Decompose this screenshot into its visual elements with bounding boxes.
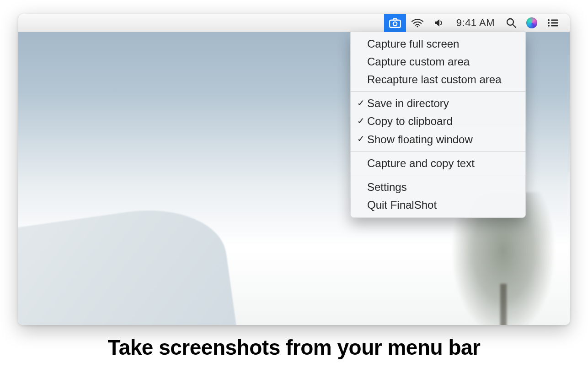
menu-item-label: Settings [367, 179, 407, 195]
menu-item-capture-custom-area[interactable]: Capture custom area [351, 53, 525, 70]
menu-bar-clock[interactable]: 9:41 AM [450, 14, 501, 32]
siri-icon [526, 17, 537, 28]
svg-rect-10 [551, 25, 558, 26]
menu-item-capture-full-screen[interactable]: Capture full screen [351, 35, 525, 53]
wifi-icon [411, 18, 424, 27]
list-icon [547, 19, 558, 27]
camera-icon [389, 18, 401, 28]
menu-bar: 9:41 AM [18, 14, 570, 32]
menu-item-label: Save in directory [367, 96, 449, 111]
svg-point-2 [417, 26, 418, 27]
menu-item-label: Recapture last custom area [367, 72, 501, 87]
wallpaper-mountain [18, 199, 236, 325]
menu-separator [351, 91, 525, 92]
svg-rect-0 [390, 20, 401, 27]
svg-rect-8 [551, 22, 558, 23]
menu-item-label: Quit FinalShot [367, 197, 437, 212]
svg-point-5 [548, 19, 550, 21]
menu-item-copy-to-clipboard[interactable]: ✓ Copy to clipboard [351, 112, 525, 130]
svg-point-9 [548, 25, 550, 27]
menu-item-recapture-last-custom-area[interactable]: Recapture last custom area [351, 70, 525, 88]
menu-item-label: Capture and copy text [367, 156, 475, 171]
svg-line-4 [513, 25, 516, 27]
menu-item-label: Capture custom area [367, 54, 470, 69]
desktop-screenshot: 9:41 AM [18, 14, 570, 325]
menu-separator [351, 151, 525, 152]
check-icon: ✓ [357, 133, 367, 146]
menu-bar-right: 9:41 AM [384, 14, 563, 32]
caption-text: Take screenshots from your menu bar [107, 336, 480, 359]
clock-text: 9:41 AM [456, 17, 495, 29]
menu-item-label: Capture full screen [367, 36, 459, 51]
menu-item-save-in-directory[interactable]: ✓ Save in directory [351, 94, 525, 112]
wifi-menubar-item[interactable] [406, 14, 429, 32]
svg-point-3 [507, 19, 513, 25]
notification-center-menubar-item[interactable] [542, 14, 563, 32]
spotlight-menubar-item[interactable] [501, 14, 521, 32]
app-dropdown-menu: Capture full screen Capture custom area … [350, 32, 526, 218]
menu-item-label: Show floating window [367, 132, 473, 147]
marketing-caption: Take screenshots from your menu bar [0, 335, 588, 360]
menu-separator [351, 175, 525, 175]
menu-item-capture-and-copy-text[interactable]: Capture and copy text [351, 154, 525, 172]
siri-menubar-item[interactable] [521, 14, 542, 32]
search-icon [506, 18, 516, 28]
app-menubar-item[interactable] [384, 14, 406, 32]
menu-item-show-floating-window[interactable]: ✓ Show floating window [351, 130, 525, 148]
volume-menubar-item[interactable] [429, 14, 450, 32]
check-icon: ✓ [357, 97, 367, 110]
volume-icon [434, 18, 445, 27]
menu-item-settings[interactable]: Settings [351, 178, 525, 196]
menu-item-quit[interactable]: Quit FinalShot [351, 196, 525, 214]
check-icon: ✓ [357, 115, 367, 128]
svg-point-1 [393, 22, 397, 25]
svg-point-7 [548, 22, 550, 24]
menu-item-label: Copy to clipboard [367, 114, 453, 129]
svg-rect-6 [551, 19, 558, 21]
